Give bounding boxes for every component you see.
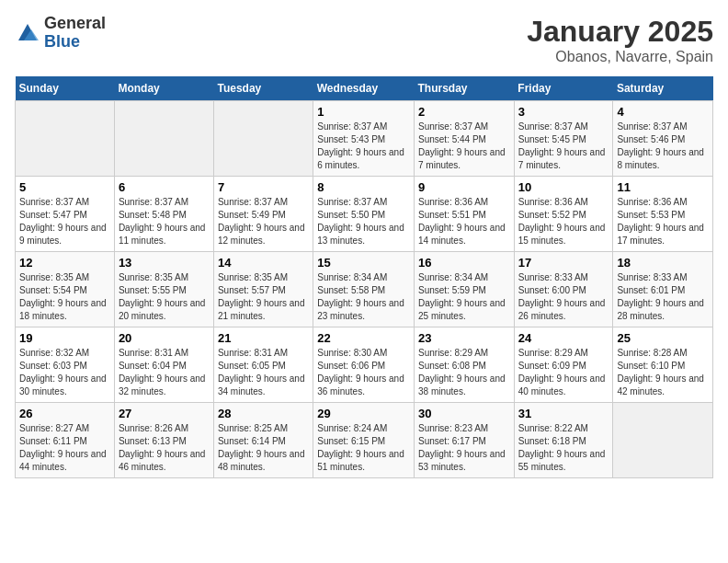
calendar-body: 1Sunrise: 8:37 AM Sunset: 5:43 PM Daylig… bbox=[16, 101, 713, 478]
day-info: Sunrise: 8:37 AM Sunset: 5:45 PM Dayligh… bbox=[518, 121, 609, 172]
day-info: Sunrise: 8:33 AM Sunset: 6:01 PM Dayligh… bbox=[617, 271, 709, 323]
day-number: 12 bbox=[19, 256, 110, 270]
day-number: 10 bbox=[518, 180, 609, 194]
day-number: 14 bbox=[218, 256, 309, 270]
weekday-row: SundayMondayTuesdayWednesdayThursdayFrid… bbox=[16, 76, 713, 101]
calendar-cell: 28Sunrise: 8:25 AM Sunset: 6:14 PM Dayli… bbox=[213, 403, 313, 478]
day-number: 21 bbox=[218, 331, 309, 345]
calendar-cell: 20Sunrise: 8:31 AM Sunset: 6:04 PM Dayli… bbox=[114, 327, 213, 403]
calendar-cell: 8Sunrise: 8:37 AM Sunset: 5:50 PM Daylig… bbox=[313, 177, 415, 252]
day-info: Sunrise: 8:31 AM Sunset: 6:05 PM Dayligh… bbox=[218, 347, 309, 398]
calendar-cell: 17Sunrise: 8:33 AM Sunset: 6:00 PM Dayli… bbox=[514, 252, 613, 327]
day-info: Sunrise: 8:23 AM Sunset: 6:17 PM Dayligh… bbox=[418, 422, 510, 474]
day-info: Sunrise: 8:22 AM Sunset: 6:18 PM Dayligh… bbox=[518, 422, 609, 474]
day-number: 13 bbox=[119, 256, 210, 270]
day-number: 16 bbox=[418, 256, 510, 270]
day-number: 3 bbox=[518, 105, 609, 119]
calendar-cell: 2Sunrise: 8:37 AM Sunset: 5:44 PM Daylig… bbox=[415, 101, 515, 177]
calendar-cell: 14Sunrise: 8:35 AM Sunset: 5:57 PM Dayli… bbox=[213, 252, 313, 327]
day-info: Sunrise: 8:25 AM Sunset: 6:14 PM Dayligh… bbox=[218, 422, 309, 474]
day-number: 19 bbox=[19, 331, 110, 345]
calendar-cell: 23Sunrise: 8:29 AM Sunset: 6:08 PM Dayli… bbox=[415, 327, 515, 403]
calendar-cell: 13Sunrise: 8:35 AM Sunset: 5:55 PM Dayli… bbox=[114, 252, 213, 327]
calendar-cell: 29Sunrise: 8:24 AM Sunset: 6:15 PM Dayli… bbox=[313, 403, 415, 478]
day-info: Sunrise: 8:28 AM Sunset: 6:10 PM Dayligh… bbox=[617, 347, 709, 398]
calendar-header: SundayMondayTuesdayWednesdayThursdayFrid… bbox=[16, 76, 713, 101]
day-info: Sunrise: 8:36 AM Sunset: 5:52 PM Dayligh… bbox=[518, 196, 609, 247]
day-number: 24 bbox=[518, 331, 609, 345]
calendar-cell: 30Sunrise: 8:23 AM Sunset: 6:17 PM Dayli… bbox=[415, 403, 515, 478]
day-number: 29 bbox=[317, 407, 410, 420]
day-number: 7 bbox=[218, 180, 309, 194]
day-number: 22 bbox=[317, 331, 410, 345]
day-info: Sunrise: 8:37 AM Sunset: 5:50 PM Dayligh… bbox=[317, 196, 410, 247]
logo-icon bbox=[15, 20, 40, 46]
day-number: 1 bbox=[317, 105, 410, 119]
weekday-header: Monday bbox=[114, 76, 213, 101]
day-info: Sunrise: 8:37 AM Sunset: 5:43 PM Dayligh… bbox=[317, 121, 410, 172]
calendar-title: January 2025 bbox=[527, 15, 713, 49]
logo: General Blue bbox=[15, 15, 106, 52]
day-info: Sunrise: 8:29 AM Sunset: 6:08 PM Dayligh… bbox=[418, 347, 510, 398]
day-info: Sunrise: 8:37 AM Sunset: 5:46 PM Dayligh… bbox=[617, 121, 709, 172]
calendar-cell: 6Sunrise: 8:37 AM Sunset: 5:48 PM Daylig… bbox=[114, 177, 213, 252]
day-info: Sunrise: 8:35 AM Sunset: 5:57 PM Dayligh… bbox=[218, 271, 309, 323]
calendar-table: SundayMondayTuesdayWednesdayThursdayFrid… bbox=[15, 76, 713, 478]
calendar-cell: 27Sunrise: 8:26 AM Sunset: 6:13 PM Dayli… bbox=[114, 403, 213, 478]
weekday-header: Sunday bbox=[16, 76, 115, 101]
day-number: 27 bbox=[119, 407, 210, 420]
calendar-cell: 22Sunrise: 8:30 AM Sunset: 6:06 PM Dayli… bbox=[313, 327, 415, 403]
day-number: 5 bbox=[19, 180, 110, 194]
day-info: Sunrise: 8:32 AM Sunset: 6:03 PM Dayligh… bbox=[19, 347, 110, 398]
calendar-cell: 4Sunrise: 8:37 AM Sunset: 5:46 PM Daylig… bbox=[613, 101, 713, 177]
calendar-cell: 10Sunrise: 8:36 AM Sunset: 5:52 PM Dayli… bbox=[514, 177, 613, 252]
day-number: 28 bbox=[218, 407, 309, 420]
day-info: Sunrise: 8:37 AM Sunset: 5:49 PM Dayligh… bbox=[218, 196, 309, 247]
calendar-subtitle: Obanos, Navarre, Spain bbox=[527, 49, 713, 65]
day-info: Sunrise: 8:35 AM Sunset: 5:54 PM Dayligh… bbox=[19, 271, 110, 323]
logo-text: General Blue bbox=[44, 15, 106, 52]
day-info: Sunrise: 8:26 AM Sunset: 6:13 PM Dayligh… bbox=[119, 422, 210, 474]
weekday-header: Tuesday bbox=[213, 76, 313, 101]
day-info: Sunrise: 8:34 AM Sunset: 5:58 PM Dayligh… bbox=[317, 271, 410, 323]
calendar-cell bbox=[613, 403, 713, 478]
day-number: 15 bbox=[317, 256, 410, 270]
day-info: Sunrise: 8:24 AM Sunset: 6:15 PM Dayligh… bbox=[317, 422, 410, 474]
weekday-header: Thursday bbox=[415, 76, 515, 101]
calendar-cell bbox=[213, 101, 313, 177]
weekday-header: Saturday bbox=[613, 76, 713, 101]
day-info: Sunrise: 8:36 AM Sunset: 5:53 PM Dayligh… bbox=[617, 196, 709, 247]
calendar-cell: 21Sunrise: 8:31 AM Sunset: 6:05 PM Dayli… bbox=[213, 327, 313, 403]
day-number: 23 bbox=[418, 331, 510, 345]
calendar-cell: 31Sunrise: 8:22 AM Sunset: 6:18 PM Dayli… bbox=[514, 403, 613, 478]
logo-general: General bbox=[44, 15, 106, 33]
calendar-cell: 16Sunrise: 8:34 AM Sunset: 5:59 PM Dayli… bbox=[415, 252, 515, 327]
day-number: 17 bbox=[518, 256, 609, 270]
day-info: Sunrise: 8:36 AM Sunset: 5:51 PM Dayligh… bbox=[418, 196, 510, 247]
day-number: 30 bbox=[418, 407, 510, 420]
calendar-cell: 3Sunrise: 8:37 AM Sunset: 5:45 PM Daylig… bbox=[514, 101, 613, 177]
calendar-cell: 18Sunrise: 8:33 AM Sunset: 6:01 PM Dayli… bbox=[613, 252, 713, 327]
day-info: Sunrise: 8:29 AM Sunset: 6:09 PM Dayligh… bbox=[518, 347, 609, 398]
day-number: 18 bbox=[617, 256, 709, 270]
calendar-cell: 11Sunrise: 8:36 AM Sunset: 5:53 PM Dayli… bbox=[613, 177, 713, 252]
calendar-week-row: 5Sunrise: 8:37 AM Sunset: 5:47 PM Daylig… bbox=[16, 177, 713, 252]
day-number: 2 bbox=[418, 105, 510, 119]
day-number: 31 bbox=[518, 407, 609, 420]
day-number: 6 bbox=[119, 180, 210, 194]
day-number: 9 bbox=[418, 180, 510, 194]
calendar-cell bbox=[16, 101, 115, 177]
calendar-week-row: 26Sunrise: 8:27 AM Sunset: 6:11 PM Dayli… bbox=[16, 403, 713, 478]
weekday-header: Friday bbox=[514, 76, 613, 101]
day-info: Sunrise: 8:33 AM Sunset: 6:00 PM Dayligh… bbox=[518, 271, 609, 323]
calendar-cell: 24Sunrise: 8:29 AM Sunset: 6:09 PM Dayli… bbox=[514, 327, 613, 403]
day-number: 25 bbox=[617, 331, 709, 345]
title-section: January 2025 Obanos, Navarre, Spain bbox=[527, 15, 713, 65]
day-number: 11 bbox=[617, 180, 709, 194]
day-info: Sunrise: 8:34 AM Sunset: 5:59 PM Dayligh… bbox=[418, 271, 510, 323]
day-number: 20 bbox=[119, 331, 210, 345]
calendar-cell: 12Sunrise: 8:35 AM Sunset: 5:54 PM Dayli… bbox=[16, 252, 115, 327]
calendar-cell: 7Sunrise: 8:37 AM Sunset: 5:49 PM Daylig… bbox=[213, 177, 313, 252]
calendar-cell: 9Sunrise: 8:36 AM Sunset: 5:51 PM Daylig… bbox=[415, 177, 515, 252]
calendar-cell: 15Sunrise: 8:34 AM Sunset: 5:58 PM Dayli… bbox=[313, 252, 415, 327]
